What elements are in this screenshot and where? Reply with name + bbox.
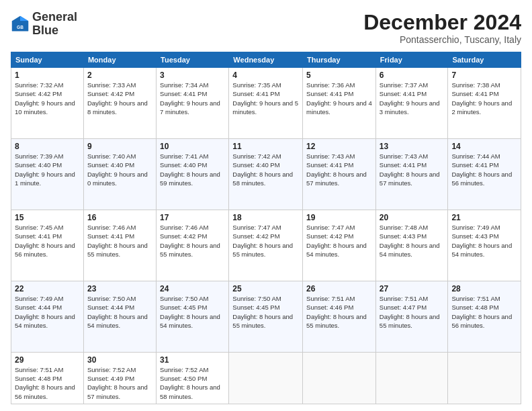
day-info: Sunrise: 7:33 AMSunset: 4:42 PMDaylight:… (87, 81, 148, 116)
day-number: 13 (380, 142, 445, 151)
day-info: Sunrise: 7:40 AMSunset: 4:40 PMDaylight:… (87, 152, 148, 187)
day-number: 1 (15, 71, 80, 80)
day-info: Sunrise: 7:43 AMSunset: 4:41 PMDaylight:… (306, 152, 367, 187)
day-info: Sunrise: 7:44 AMSunset: 4:41 PMDaylight:… (451, 152, 512, 187)
col-thursday: Thursday (303, 52, 376, 68)
col-sunday: Sunday (11, 52, 84, 68)
day-number: 31 (160, 355, 225, 365)
logo-text: General Blue (32, 11, 77, 38)
cell-w4-d5: 27Sunrise: 7:51 AMSunset: 4:47 PMDayligh… (375, 281, 448, 352)
day-info: Sunrise: 7:51 AMSunset: 4:48 PMDaylight:… (15, 366, 75, 400)
cell-w5-d4 (303, 352, 376, 404)
day-info: Sunrise: 7:36 AMSunset: 4:41 PMDaylight:… (306, 81, 372, 116)
logo-icon: GB (11, 15, 30, 34)
header: GB General Blue December 2024 Pontasserc… (11, 11, 521, 45)
day-info: Sunrise: 7:50 AMSunset: 4:45 PMDaylight:… (232, 295, 293, 329)
day-info: Sunrise: 7:49 AMSunset: 4:43 PMDaylight:… (451, 224, 512, 258)
location-subtitle: Pontasserchio, Tuscany, Italy (363, 34, 521, 45)
day-info: Sunrise: 7:50 AMSunset: 4:44 PMDaylight:… (87, 295, 148, 329)
day-number: 8 (15, 142, 80, 151)
day-info: Sunrise: 7:47 AMSunset: 4:42 PMDaylight:… (306, 224, 367, 258)
day-number: 10 (160, 142, 225, 151)
cell-w2-d2: 10Sunrise: 7:41 AMSunset: 4:40 PMDayligh… (157, 139, 229, 210)
day-number: 21 (451, 213, 517, 222)
cell-w1-d4: 5Sunrise: 7:36 AMSunset: 4:41 PMDaylight… (303, 68, 376, 139)
cell-w2-d4: 12Sunrise: 7:43 AMSunset: 4:41 PMDayligh… (303, 139, 376, 210)
day-info: Sunrise: 7:48 AMSunset: 4:43 PMDaylight:… (380, 224, 440, 258)
day-number: 30 (87, 355, 152, 365)
day-number: 17 (160, 213, 225, 222)
day-number: 19 (306, 213, 372, 222)
day-info: Sunrise: 7:32 AMSunset: 4:42 PMDaylight:… (15, 81, 75, 116)
cell-w2-d5: 13Sunrise: 7:43 AMSunset: 4:41 PMDayligh… (375, 139, 448, 210)
day-number: 28 (451, 284, 517, 293)
week-row-5: 29Sunrise: 7:51 AMSunset: 4:48 PMDayligh… (11, 352, 521, 404)
day-number: 15 (15, 213, 80, 222)
cell-w1-d5: 6Sunrise: 7:37 AMSunset: 4:41 PMDaylight… (375, 68, 448, 139)
day-info: Sunrise: 7:49 AMSunset: 4:44 PMDaylight:… (15, 295, 75, 329)
cell-w4-d2: 24Sunrise: 7:50 AMSunset: 4:45 PMDayligh… (157, 281, 229, 352)
cell-w3-d3: 18Sunrise: 7:47 AMSunset: 4:42 PMDayligh… (229, 210, 303, 281)
day-info: Sunrise: 7:51 AMSunset: 4:48 PMDaylight:… (451, 295, 512, 329)
svg-marker-1 (20, 16, 28, 21)
day-number: 4 (232, 71, 299, 80)
week-row-4: 22Sunrise: 7:49 AMSunset: 4:44 PMDayligh… (11, 281, 521, 352)
col-friday: Friday (375, 52, 448, 68)
day-number: 2 (87, 71, 152, 80)
cell-w5-d3 (229, 352, 303, 404)
cell-w4-d3: 25Sunrise: 7:50 AMSunset: 4:45 PMDayligh… (229, 281, 303, 352)
day-number: 9 (87, 142, 152, 151)
col-wednesday: Wednesday (229, 52, 303, 68)
header-row: Sunday Monday Tuesday Wednesday Thursday… (11, 52, 521, 68)
day-number: 5 (306, 71, 372, 80)
cell-w2-d1: 9Sunrise: 7:40 AMSunset: 4:40 PMDaylight… (83, 139, 156, 210)
cell-w3-d4: 19Sunrise: 7:47 AMSunset: 4:42 PMDayligh… (303, 210, 376, 281)
day-number: 12 (306, 142, 372, 151)
day-number: 3 (160, 71, 225, 80)
day-info: Sunrise: 7:43 AMSunset: 4:41 PMDaylight:… (380, 152, 440, 187)
day-number: 18 (232, 213, 299, 222)
day-number: 7 (451, 71, 517, 80)
day-number: 26 (306, 284, 372, 293)
day-info: Sunrise: 7:47 AMSunset: 4:42 PMDaylight:… (232, 224, 293, 258)
day-number: 27 (380, 284, 445, 293)
cell-w1-d0: 1Sunrise: 7:32 AMSunset: 4:42 PMDaylight… (11, 68, 84, 139)
logo-line1: General (32, 11, 77, 24)
cell-w2-d6: 14Sunrise: 7:44 AMSunset: 4:41 PMDayligh… (448, 139, 521, 210)
calendar-table: Sunday Monday Tuesday Wednesday Thursday… (11, 52, 521, 404)
cell-w4-d1: 23Sunrise: 7:50 AMSunset: 4:44 PMDayligh… (83, 281, 156, 352)
col-monday: Monday (83, 52, 156, 68)
title-block: December 2024 Pontasserchio, Tuscany, It… (363, 11, 521, 45)
cell-w1-d1: 2Sunrise: 7:33 AMSunset: 4:42 PMDaylight… (83, 68, 156, 139)
cell-w2-d0: 8Sunrise: 7:39 AMSunset: 4:40 PMDaylight… (11, 139, 84, 210)
cell-w2-d3: 11Sunrise: 7:42 AMSunset: 4:40 PMDayligh… (229, 139, 303, 210)
day-number: 11 (232, 142, 299, 151)
day-number: 23 (87, 284, 152, 293)
day-info: Sunrise: 7:52 AMSunset: 4:50 PMDaylight:… (160, 366, 220, 400)
day-info: Sunrise: 7:37 AMSunset: 4:41 PMDaylight:… (380, 81, 440, 116)
day-info: Sunrise: 7:39 AMSunset: 4:40 PMDaylight:… (15, 152, 75, 187)
cell-w5-d5 (375, 352, 448, 404)
calendar-page: GB General Blue December 2024 Pontasserc… (0, 0, 532, 411)
cell-w3-d6: 21Sunrise: 7:49 AMSunset: 4:43 PMDayligh… (448, 210, 521, 281)
cell-w4-d0: 22Sunrise: 7:49 AMSunset: 4:44 PMDayligh… (11, 281, 84, 352)
day-number: 20 (380, 213, 445, 222)
day-info: Sunrise: 7:52 AMSunset: 4:49 PMDaylight:… (87, 366, 148, 400)
cell-w1-d2: 3Sunrise: 7:34 AMSunset: 4:41 PMDaylight… (157, 68, 229, 139)
day-number: 22 (15, 284, 80, 293)
week-row-3: 15Sunrise: 7:45 AMSunset: 4:41 PMDayligh… (11, 210, 521, 281)
week-row-1: 1Sunrise: 7:32 AMSunset: 4:42 PMDaylight… (11, 68, 521, 139)
cell-w1-d3: 4Sunrise: 7:35 AMSunset: 4:41 PMDaylight… (229, 68, 303, 139)
day-number: 6 (380, 71, 445, 80)
day-info: Sunrise: 7:46 AMSunset: 4:42 PMDaylight:… (160, 224, 220, 258)
cell-w5-d1: 30Sunrise: 7:52 AMSunset: 4:49 PMDayligh… (83, 352, 156, 404)
day-number: 25 (232, 284, 299, 293)
cell-w1-d6: 7Sunrise: 7:38 AMSunset: 4:41 PMDaylight… (448, 68, 521, 139)
day-number: 24 (160, 284, 225, 293)
cell-w3-d0: 15Sunrise: 7:45 AMSunset: 4:41 PMDayligh… (11, 210, 84, 281)
day-info: Sunrise: 7:45 AMSunset: 4:41 PMDaylight:… (15, 224, 75, 258)
cell-w3-d2: 17Sunrise: 7:46 AMSunset: 4:42 PMDayligh… (157, 210, 229, 281)
day-number: 16 (87, 213, 152, 222)
day-info: Sunrise: 7:51 AMSunset: 4:47 PMDaylight:… (380, 295, 440, 329)
day-info: Sunrise: 7:34 AMSunset: 4:41 PMDaylight:… (160, 81, 220, 116)
